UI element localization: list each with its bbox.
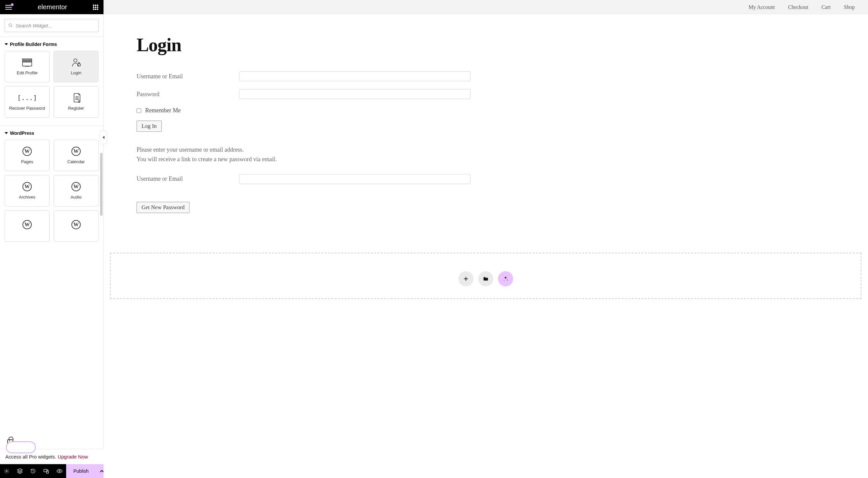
nav-my-account[interactable]: My Account — [749, 4, 775, 10]
widget-label: Audio — [70, 195, 81, 200]
svg-point-19 — [507, 279, 507, 280]
svg-line-1 — [11, 26, 12, 27]
upgrade-now-link[interactable]: Upgrade Now — [58, 454, 88, 459]
wordpress-icon: W — [23, 220, 32, 229]
svg-text:$: $ — [78, 100, 80, 103]
nav-cart[interactable]: Cart — [822, 4, 831, 10]
widget-login[interactable]: Login — [54, 51, 98, 82]
responsive-button[interactable] — [40, 464, 53, 478]
wordpress-icon: W — [71, 220, 81, 229]
svg-rect-3 — [23, 61, 32, 62]
svg-point-20 — [504, 280, 505, 280]
wordpress-icon: W — [23, 147, 32, 156]
main-menu-button[interactable] — [4, 4, 13, 11]
widgets-panel-button[interactable] — [92, 3, 99, 11]
widget-pages[interactable]: W Pages — [5, 140, 50, 171]
svg-rect-2 — [23, 59, 32, 60]
search-icon — [8, 23, 13, 28]
add-template-button[interactable] — [478, 271, 493, 286]
nav-checkout[interactable]: Checkout — [788, 4, 808, 10]
section-wordpress[interactable]: WordPress — [0, 131, 103, 140]
site-navigation: My Account Checkout Cart Shop — [103, 0, 868, 14]
recover-username-label: Username or Email — [136, 175, 239, 182]
widget-wordpress-extra-2[interactable]: W — [54, 210, 98, 242]
widget-audio[interactable]: W Audio — [54, 175, 98, 206]
wordpress-icon: W — [71, 147, 81, 156]
password-label: Password — [136, 91, 239, 98]
log-in-button[interactable]: Log In — [136, 121, 162, 132]
get-new-password-button[interactable]: Get New Password — [136, 202, 189, 213]
collapse-panel-handle[interactable] — [100, 131, 107, 144]
svg-point-0 — [9, 24, 11, 27]
plus-icon — [463, 276, 469, 282]
login-icon — [70, 58, 82, 67]
search-input[interactable] — [13, 23, 95, 28]
upgrade-bar: Access all Pro widgets. Upgrade Now — [0, 449, 103, 464]
recover-password-icon: [...] — [22, 93, 33, 102]
widget-archives[interactable]: W Archives — [5, 175, 50, 206]
password-input[interactable] — [239, 89, 470, 99]
brand-logo: elementor — [38, 3, 67, 11]
recover-username-input[interactable] — [239, 174, 470, 184]
widget-recover-password[interactable]: [...] Recover Password — [5, 86, 50, 117]
widget-label: Login — [71, 70, 81, 75]
ai-button[interactable] — [498, 271, 513, 286]
section-profile-builder-forms[interactable]: Profile Builder Forms — [0, 42, 103, 51]
preview-button[interactable] — [53, 464, 66, 478]
drop-zone[interactable] — [110, 253, 861, 299]
widget-wordpress-extra-1[interactable]: W — [5, 210, 50, 242]
widget-edit-profile[interactable]: Edit Profile — [5, 51, 50, 82]
recover-info-line1: Please enter your username or email addr… — [136, 145, 470, 155]
gear-icon — [4, 469, 9, 474]
caret-down-icon — [5, 43, 8, 45]
history-icon — [30, 469, 36, 474]
widget-label: Recover Password — [9, 106, 45, 111]
layers-icon — [17, 468, 23, 474]
widget-label: Register — [68, 106, 84, 111]
wordpress-icon: W — [23, 182, 32, 191]
page-title: Login — [136, 34, 470, 56]
svg-marker-13 — [18, 469, 23, 471]
register-icon: $ — [70, 93, 82, 102]
sparkle-icon — [503, 276, 508, 282]
section-title-label: Profile Builder Forms — [10, 42, 57, 47]
eye-icon — [57, 469, 62, 473]
recover-info-line2: You will receive a link to create a new … — [136, 155, 470, 164]
widget-label: Edit Profile — [17, 70, 38, 75]
widget-label: Archives — [19, 195, 35, 200]
remember-me-label: Remember Me — [145, 107, 181, 114]
widget-calendar[interactable]: W Calendar — [54, 140, 98, 171]
svg-point-12 — [6, 470, 7, 472]
svg-point-16 — [59, 470, 61, 472]
upgrade-text: Access all Pro widgets. — [5, 454, 58, 459]
panel-scrollbar[interactable] — [100, 153, 102, 216]
username-input[interactable] — [239, 71, 470, 81]
widget-label: Calendar — [67, 159, 85, 164]
responsive-icon — [43, 469, 49, 474]
notification-dot-icon — [11, 3, 13, 6]
add-section-button[interactable] — [458, 271, 473, 286]
svg-point-6 — [74, 59, 77, 62]
wordpress-icon: W — [71, 182, 81, 191]
settings-button[interactable] — [0, 464, 13, 478]
cloud-decoration-icon — [6, 441, 36, 453]
publish-button[interactable]: Publish — [66, 464, 96, 478]
history-button[interactable] — [27, 464, 40, 478]
folder-icon — [483, 276, 488, 281]
remember-me-checkbox[interactable] — [136, 108, 141, 113]
widget-register[interactable]: $ Register — [54, 86, 98, 117]
widget-label: Pages — [21, 159, 33, 164]
nav-shop[interactable]: Shop — [844, 4, 855, 10]
navigator-button[interactable] — [13, 464, 27, 478]
edit-profile-icon — [22, 58, 33, 67]
username-label: Username or Email — [136, 73, 239, 80]
svg-rect-4 — [23, 62, 32, 66]
section-title-label: WordPress — [10, 131, 34, 136]
grid-icon — [93, 5, 98, 10]
caret-down-icon — [5, 132, 8, 134]
